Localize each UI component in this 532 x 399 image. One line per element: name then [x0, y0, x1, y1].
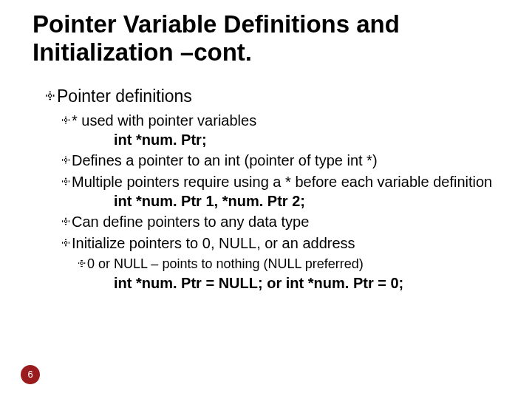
bullet-level2: ༓Defines a pointer to an int (pointer of…	[62, 151, 510, 170]
bullet-icon: ༓	[78, 256, 85, 273]
bullet-level2: ༓Initialize pointers to 0, NULL, or an a…	[62, 234, 510, 253]
code-line: int *num. Ptr 1, *num. Ptr 2;	[114, 193, 510, 210]
bullet-level3: ༓0 or NULL – points to nothing (NULL pre…	[78, 256, 510, 273]
bullet-icon: ༓	[62, 151, 69, 170]
bullet-icon: ༓	[62, 213, 69, 231]
slide: Pointer Variable Definitions and Initial…	[0, 0, 532, 399]
bullet-icon: ༓	[62, 112, 69, 130]
bullet-text: Initialize pointers to 0, NULL, or an ad…	[72, 235, 355, 251]
bullet-level2: ༓Can define pointers to any data type	[62, 213, 510, 231]
bullet-icon: ༓	[62, 234, 69, 253]
bullet-level2: ༓* used with pointer variables	[62, 112, 510, 130]
bullet-icon: ༓	[46, 86, 55, 107]
bullet-icon: ༓	[62, 173, 69, 191]
page-number-badge: 6	[21, 365, 40, 384]
bullet-level2: ༓Multiple pointers require using a * bef…	[62, 173, 510, 191]
bullet-text: * used with pointer variables	[72, 112, 256, 129]
bullet-text: Pointer definitions	[57, 86, 192, 106]
bullet-text: Defines a pointer to an int (pointer of …	[72, 152, 378, 168]
code-line: int *num. Ptr = NULL; or int *num. Ptr =…	[114, 275, 510, 292]
slide-title: Pointer Variable Definitions and Initial…	[33, 10, 510, 66]
bullet-level1: ༓Pointer definitions	[46, 86, 510, 107]
code-line: int *num. Ptr;	[114, 132, 510, 149]
bullet-text: Can define pointers to any data type	[72, 214, 309, 230]
bullet-text: 0 or NULL – points to nothing (NULL pref…	[87, 256, 364, 271]
bullet-text: Multiple pointers require using a * befo…	[72, 174, 492, 190]
